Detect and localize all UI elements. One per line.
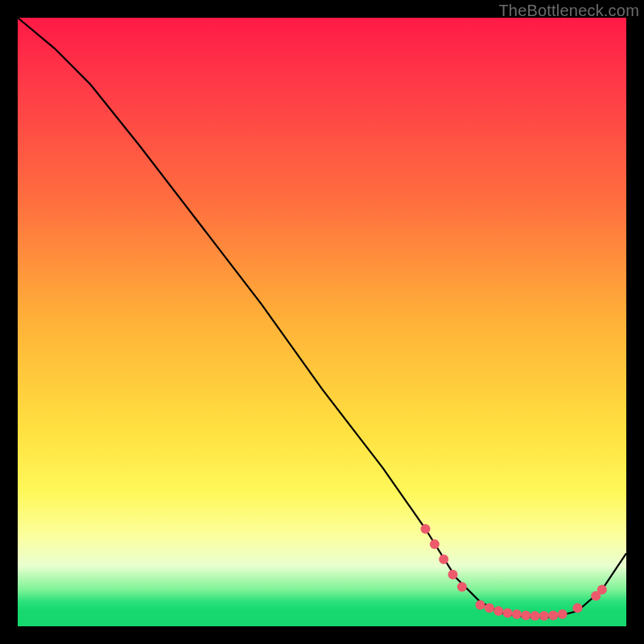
curve-marker xyxy=(476,601,485,610)
curve-marker xyxy=(457,582,467,592)
curve-markers xyxy=(421,524,607,621)
curve-marker xyxy=(539,611,549,621)
curve-marker xyxy=(530,611,540,621)
watermark-text: TheBottleneck.com xyxy=(498,2,639,20)
chart-frame: TheBottleneck.com xyxy=(0,0,644,644)
curve-marker xyxy=(503,608,513,617)
curve-marker xyxy=(521,610,530,620)
curve-marker xyxy=(573,603,583,613)
bottleneck-curve xyxy=(18,18,626,617)
curve-marker xyxy=(430,539,440,549)
curve-marker xyxy=(558,609,568,619)
curve-marker xyxy=(512,609,522,619)
curve-marker xyxy=(493,606,503,616)
plot-area xyxy=(18,18,626,626)
curve-marker xyxy=(448,570,458,580)
curve-marker xyxy=(485,603,494,613)
curve-marker xyxy=(421,524,431,534)
curve-marker xyxy=(548,610,558,620)
curve-marker xyxy=(439,555,448,564)
curve-layer xyxy=(18,18,626,626)
curve-marker xyxy=(597,585,607,595)
